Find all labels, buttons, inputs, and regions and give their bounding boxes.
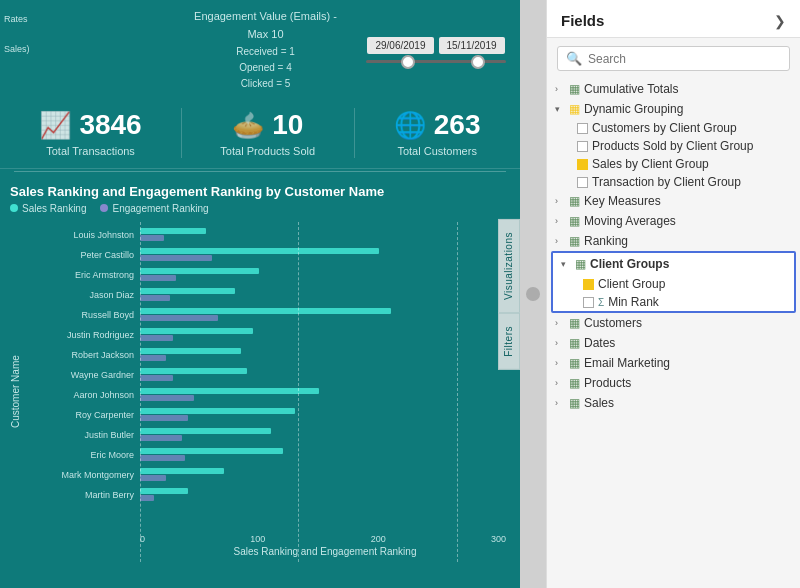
legend-sales: Sales Ranking <box>10 203 86 214</box>
chevron-icon: › <box>555 398 565 408</box>
stat-products: 🥧 10 Total Products Sold <box>220 109 315 157</box>
stats-row: 📈 3846 Total Transactions 🥧 10 Total Pro… <box>0 98 520 169</box>
table-icon: ▦ <box>569 376 580 390</box>
bar-label: Louis Johnston <box>30 230 140 240</box>
opened-label: Opened = 4 <box>185 60 346 76</box>
engagement-label: Engagement Value (Emails) - Max 10 <box>185 8 346 43</box>
bar-label: Eric Moore <box>30 450 140 460</box>
engagement-info: Engagement Value (Emails) - Max 10 Recei… <box>185 8 346 92</box>
bar-row: Justin Butler <box>30 426 510 443</box>
field-group-item[interactable]: ›▦Dates <box>547 333 800 353</box>
field-group-item[interactable]: ›▦Ranking <box>547 231 800 251</box>
field-group-item[interactable]: ›▦Key Measures <box>547 191 800 211</box>
sales-bar <box>140 408 295 414</box>
field-group-item[interactable]: ›▦Email Marketing <box>547 353 800 373</box>
sales-bar <box>140 248 379 254</box>
search-box[interactable]: 🔍 <box>557 46 790 71</box>
bar-row: Peter Castillo <box>30 246 510 263</box>
fields-collapse-button[interactable]: ❯ <box>774 13 786 29</box>
field-checkbox[interactable] <box>577 123 588 134</box>
sigma-icon: Σ <box>598 297 604 308</box>
field-checkbox[interactable] <box>577 159 588 170</box>
sales-bar <box>140 388 319 394</box>
sales-bar <box>140 348 241 354</box>
chevron-icon: › <box>555 358 565 368</box>
field-group-label: Ranking <box>584 234 628 248</box>
field-checkbox[interactable] <box>577 177 588 188</box>
bars-wrapper <box>140 226 510 243</box>
chart-title: Sales Ranking and Engagement Ranking by … <box>10 184 510 199</box>
chevron-icon: ▾ <box>555 104 565 114</box>
sales-bar <box>140 448 283 454</box>
engagement-bar <box>140 315 218 321</box>
field-checkbox[interactable] <box>577 141 588 152</box>
stat-transactions: 📈 3846 Total Transactions <box>39 109 141 157</box>
sales-bar <box>140 308 391 314</box>
chevron-icon: › <box>555 378 565 388</box>
bar-row: Roy Carpenter <box>30 406 510 423</box>
bars-wrapper <box>140 386 510 403</box>
field-label: Client Group <box>598 277 665 291</box>
field-item-highlighted[interactable]: Σ Min Rank <box>553 293 794 311</box>
engagement-bar <box>140 495 154 501</box>
dashed-line-0 <box>140 222 141 562</box>
x-axis-label: Sales Ranking and Engagement Ranking <box>30 546 510 557</box>
field-group-item[interactable]: ›▦Customers <box>547 313 800 333</box>
bars-wrapper <box>140 286 510 303</box>
dashed-line-100 <box>298 222 299 562</box>
engagement-bar <box>140 275 176 281</box>
field-group-item[interactable]: ›▦Moving Averages <box>547 211 800 231</box>
visualizations-tab[interactable]: Visualizations <box>498 219 520 313</box>
globe-icon: 🌐 <box>394 110 426 141</box>
sales-bar <box>140 428 271 434</box>
engagement-bar <box>140 375 173 381</box>
field-item[interactable]: Sales by Client Group <box>547 155 800 173</box>
sales-bar <box>140 368 247 374</box>
bars-wrapper <box>140 326 510 343</box>
chevron-icon: › <box>555 84 565 94</box>
field-group-label: Dates <box>584 336 615 350</box>
field-label: Transaction by Client Group <box>592 175 741 189</box>
fields-title: Fields <box>561 12 604 29</box>
field-checkbox[interactable] <box>583 297 594 308</box>
bars-wrapper <box>140 426 510 443</box>
field-group-label: Cumulative Totals <box>584 82 679 96</box>
fields-header: Fields ❯ <box>547 0 800 38</box>
field-item[interactable]: Products Sold by Client Group <box>547 137 800 155</box>
chevron-icon: › <box>555 318 565 328</box>
date-end-button[interactable]: 15/11/2019 <box>439 37 505 54</box>
filters-tab[interactable]: Filters <box>498 313 520 370</box>
client-groups-header[interactable]: ▾▦Client Groups <box>553 253 794 275</box>
field-item[interactable]: Transaction by Client Group <box>547 173 800 191</box>
bars-container: Louis JohnstonPeter CastilloEric Armstro… <box>30 222 510 532</box>
bar-label: Aaron Johnson <box>30 390 140 400</box>
search-input[interactable] <box>588 52 781 66</box>
chevron-icon: › <box>555 236 565 246</box>
field-group-item[interactable]: ›▦Sales <box>547 393 800 413</box>
graph-icon: 📈 <box>39 110 71 141</box>
field-item[interactable]: Customers by Client Group <box>547 119 800 137</box>
chart-legend: Sales Ranking Engagement Ranking <box>10 203 510 214</box>
sales-bar <box>140 488 188 494</box>
field-group-item[interactable]: ›▦Cumulative Totals <box>547 79 800 99</box>
field-checkbox[interactable] <box>583 279 594 290</box>
field-group-label: Dynamic Grouping <box>584 102 683 116</box>
field-group-item[interactable]: ▾▦Dynamic Grouping <box>547 99 800 119</box>
field-item-highlighted[interactable]: Client Group <box>553 275 794 293</box>
chevron-icon: › <box>555 196 565 206</box>
date-start-button[interactable]: 29/06/2019 <box>367 37 433 54</box>
table-icon: ▦ <box>569 316 580 330</box>
sales-label: Sales) <box>4 44 30 54</box>
field-group-item[interactable]: ›▦Products <box>547 373 800 393</box>
engagement-bar <box>140 255 212 261</box>
bar-label: Justin Rodriguez <box>30 330 140 340</box>
bar-row: Eric Moore <box>30 446 510 463</box>
received-label: Received = 1 <box>185 44 346 60</box>
engagement-bar <box>140 335 173 341</box>
bar-label: Peter Castillo <box>30 250 140 260</box>
customers-number: 263 <box>434 109 481 141</box>
legend-engagement: Engagement Ranking <box>100 203 208 214</box>
y-axis-label: Customer Name <box>10 222 26 562</box>
chevron-icon: › <box>555 338 565 348</box>
engagement-bar <box>140 295 170 301</box>
